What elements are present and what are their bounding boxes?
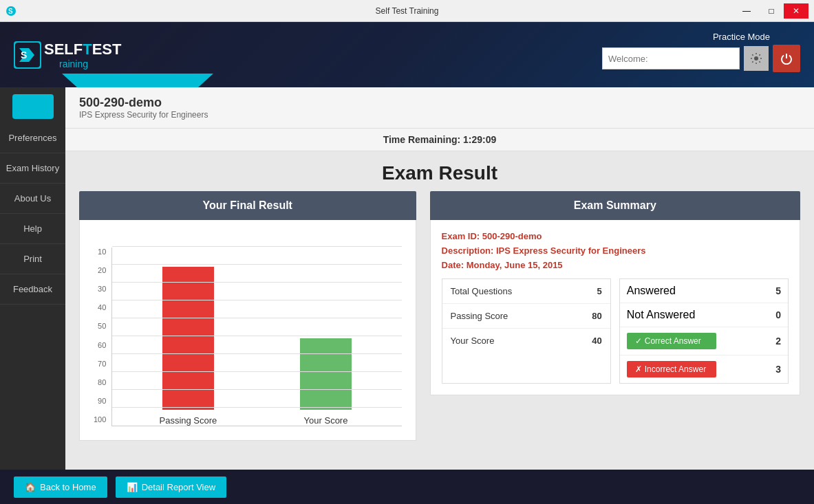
y-label-50: 50: [94, 322, 106, 330]
passing-score-stat-label: Passing Score: [451, 311, 508, 321]
svg-point-5: [754, 56, 758, 61]
grid-line-100: [112, 246, 401, 247]
your-score-stat-label: Your Score: [451, 336, 495, 346]
summary-tables: Total Questions 5 Passing Score 80 Your …: [442, 278, 789, 384]
svg-text:S: S: [8, 8, 13, 15]
body-layout: Preferences Exam History About Us Help P…: [0, 87, 814, 470]
close-button[interactable]: ✕: [784, 3, 808, 19]
back-to-home-button[interactable]: 🏠 Back to Home: [14, 476, 107, 498]
power-icon: [780, 52, 793, 65]
grid-line-60: [112, 318, 401, 318]
right-stats-table: Answered 5 Not Answered 0 ✓: [619, 278, 789, 384]
teal-accent: [62, 74, 213, 87]
chart-panel: Your Final Result 100 90 80 70 60 50: [79, 191, 416, 456]
app-icon: S: [6, 6, 17, 17]
grid-line-40: [112, 353, 401, 354]
exam-header: 500-290-demo IPS Express Security for En…: [65, 87, 814, 129]
answered-value: 5: [775, 285, 781, 296]
incorrect-answer-label: Incorrect Answer: [645, 364, 706, 374]
exam-id-label: Exam ID:: [442, 231, 480, 241]
welcome-input[interactable]: [602, 47, 740, 69]
correct-answer-count: 2: [775, 336, 781, 347]
passing-score-stat-value: 80: [592, 311, 601, 321]
sidebar-item-help[interactable]: Help: [0, 214, 65, 244]
window-controls: ― □ ✕: [734, 3, 808, 19]
logo-est: EST: [92, 41, 122, 58]
your-score-row: Your Score 40: [442, 329, 610, 353]
description-label: Description:: [442, 245, 494, 256]
sidebar-item-preferences[interactable]: Preferences: [0, 123, 65, 153]
y-label-10: 10: [94, 248, 106, 256]
footer: 🏠 Back to Home 📊 Detail Report View: [0, 470, 814, 504]
summary-panel: Exam Summary Exam ID: 500-290-demo Descr…: [430, 191, 800, 456]
main-content: 500-290-demo IPS Express Security for En…: [65, 87, 814, 470]
sidebar-item-exam-history[interactable]: Exam History: [0, 153, 65, 184]
power-button[interactable]: [773, 45, 800, 72]
logo-t: T: [83, 41, 92, 58]
description-row: Description: IPS Express Security for En…: [442, 245, 789, 256]
description-value: IPS Express Security for Engineers: [496, 245, 645, 256]
left-stats-table: Total Questions 5 Passing Score 80 Your …: [442, 278, 611, 384]
correct-answer-label: Correct Answer: [645, 336, 701, 346]
settings-button[interactable]: [744, 46, 769, 71]
detail-report-button[interactable]: 📊 Detail Report View: [116, 476, 226, 498]
grid-line-70: [112, 300, 401, 300]
grid-lines: [112, 248, 401, 426]
result-title: Exam Result: [65, 151, 814, 191]
time-remaining: Time Remaining: 1:29:09: [383, 134, 497, 145]
sidebar-item-about-us[interactable]: About Us: [0, 184, 65, 214]
gear-icon: [750, 52, 762, 65]
controls-row: [602, 45, 800, 72]
incorrect-answer-count: 3: [775, 364, 781, 375]
y-label-20: 20: [94, 266, 106, 274]
y-label-90: 90: [94, 397, 106, 405]
time-bar: Time Remaining: 1:29:09: [65, 129, 814, 151]
total-questions-row: Total Questions 5: [442, 279, 610, 304]
sidebar-item-print[interactable]: Print: [0, 244, 65, 274]
y-label-80: 80: [94, 378, 106, 386]
total-questions-label: Total Questions: [451, 286, 513, 296]
grid-line-80: [112, 282, 401, 283]
logo-self: SELF: [44, 41, 83, 58]
sidebar-item-feedback[interactable]: Feedback: [0, 274, 65, 305]
grid-line-50: [112, 336, 401, 336]
minimize-button[interactable]: ―: [734, 3, 759, 19]
logo-icon: S: [14, 41, 41, 69]
correct-answer-btn: ✓ Correct Answer: [627, 333, 716, 349]
sidebar: Preferences Exam History About Us Help P…: [0, 87, 65, 470]
grid-line-90: [112, 264, 401, 265]
maximize-button[interactable]: □: [759, 3, 784, 19]
result-body: Your Final Result 100 90 80 70 60 50: [65, 191, 814, 470]
header-controls: Practice Mode: [602, 32, 800, 72]
check-icon: ✓: [635, 336, 642, 346]
your-score-stat-value: 40: [592, 336, 601, 346]
home-icon: 🏠: [25, 482, 36, 492]
y-label-60: 60: [94, 341, 106, 349]
y-label-70: 70: [94, 360, 106, 368]
x-icon: ✗: [635, 364, 642, 374]
answered-row: Answered 5: [620, 279, 788, 303]
detail-report-label: Detail Report View: [142, 482, 215, 492]
practice-mode-label: Practice Mode: [713, 32, 770, 42]
svg-text:S: S: [21, 50, 27, 61]
back-to-home-label: Back to Home: [40, 482, 96, 492]
y-label-100: 100: [94, 415, 106, 424]
grid-line-20: [112, 389, 401, 390]
incorrect-answer-row: ✗ Incorrect Answer 3: [620, 355, 788, 383]
passing-score-row: Passing Score 80: [442, 304, 610, 329]
grid-line-10: [112, 407, 401, 408]
y-label-30: 30: [94, 285, 106, 293]
answered-label: Answered: [627, 285, 676, 297]
app-header: S SELF T EST raining Practice Mode: [0, 22, 814, 87]
sidebar-active-indicator: [12, 94, 54, 119]
y-label-40: 40: [94, 303, 106, 311]
title-bar: S Self Test Training ― □ ✕: [0, 0, 814, 22]
exam-id-row: Exam ID: 500-290-demo: [442, 231, 789, 241]
grid-line-30: [112, 371, 401, 372]
chart-area: 100 90 80 70 60 50 40 30 20 10: [79, 220, 416, 441]
date-label: Date:: [442, 260, 464, 270]
incorrect-answer-btn: ✗ Incorrect Answer: [627, 361, 716, 377]
summary-info: Exam ID: 500-290-demo Description: IPS E…: [442, 231, 789, 270]
exam-id-value: 500-290-demo: [482, 231, 542, 241]
logo-text: SELF T EST raining: [44, 41, 121, 69]
